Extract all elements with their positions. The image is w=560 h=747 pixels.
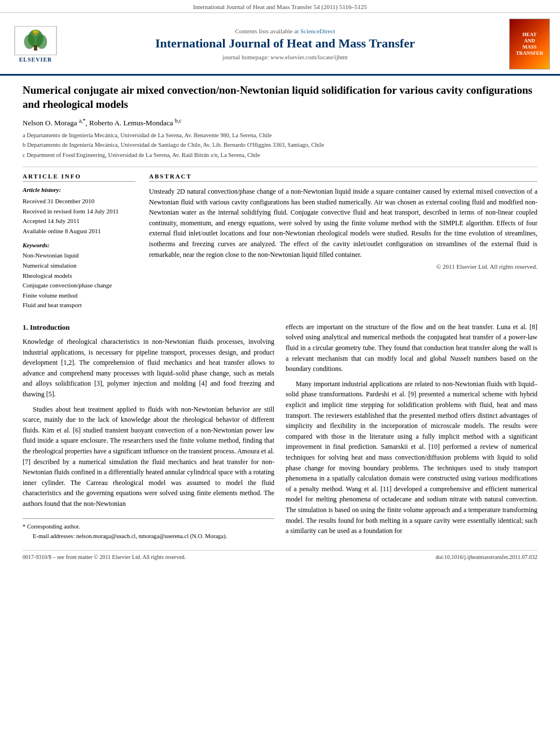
keyword-1: Non-Newtonian liquid	[23, 251, 135, 261]
page-wrapper: International Journal of Heat and Mass T…	[0, 0, 560, 566]
keyword-5: Finite volume method	[23, 291, 135, 301]
elsevier-label: ELSEVIER	[19, 56, 53, 63]
svg-point-3	[36, 34, 47, 49]
svg-rect-6	[34, 32, 37, 35]
article-title: Numerical conjugate air mixed convection…	[23, 84, 537, 111]
footnote-email: E-mail addresses: nelson.moraga@usach.cl…	[23, 532, 274, 541]
journal-thumb: HEAT AND MASS TRANSFER	[509, 19, 550, 69]
keywords-label: Keywords:	[23, 242, 135, 248]
available-line: Available online 8 August 2011	[23, 226, 135, 237]
svg-point-2	[24, 34, 35, 49]
article-history-label: Article history:	[23, 186, 135, 193]
article-info-col: ARTICLE INFO Article history: Received 3…	[23, 173, 135, 311]
article-info-heading: ARTICLE INFO	[23, 173, 135, 182]
section1-title: 1. Introduction	[23, 322, 274, 333]
revised-line: Received in revised form 14 July 2011	[23, 207, 135, 217]
body-col-left: 1. Introduction Knowledge of rheological…	[23, 322, 274, 542]
journal-main-title: International Journal of Heat and Mass T…	[67, 36, 504, 51]
keyword-2: Numerical simulation	[23, 261, 135, 271]
journal-header: ELSEVIER Contents lists available at Sci…	[0, 13, 560, 76]
authors-line: Nelson O. Moraga a,*, Roberto A. Lemus-M…	[23, 117, 537, 127]
bottom-info-bar: 0017-9310/$ – see front matter © 2011 El…	[23, 550, 537, 560]
sciencedirect-link[interactable]: ScienceDirect	[300, 28, 335, 34]
body-col-left-para2: Studies about heat treatment applied to …	[23, 404, 274, 509]
article-body: Numerical conjugate air mixed convection…	[0, 76, 560, 566]
elsevier-logo-img	[14, 26, 57, 55]
journal-ref-text: International Journal of Heat and Mass T…	[193, 3, 367, 10]
keyword-3: Rheological models	[23, 271, 135, 281]
affiliation-b: b Departamento de Ingeniería Mecánica, U…	[23, 141, 537, 150]
body-col-right-para1: effects are important on the structure o…	[286, 322, 537, 374]
keyword-6: Fluid and heat transport	[23, 300, 135, 311]
thumb-label: HEAT AND MASS TRANSFER	[516, 32, 544, 56]
homepage-line: journal homepage: www.elsevier.com/locat…	[67, 54, 504, 60]
affiliations-block: a Departamento de Ingeniería Mecánica, U…	[23, 131, 537, 167]
keyword-4: Conjugate convection/phase change	[23, 281, 135, 291]
doi-text: doi:10.1016/j.ijheatmasstransfer.2011.07…	[436, 554, 537, 560]
author-names: Nelson O. Moraga a,*, Roberto A. Lemus-M…	[23, 119, 182, 127]
accepted-line: Accepted 14 July 2011	[23, 216, 135, 226]
article-info-abstract-section: ARTICLE INFO Article history: Received 3…	[23, 173, 537, 311]
footnote-corresponding: * Corresponding author.	[23, 522, 274, 531]
elsevier-logo-block: ELSEVIER	[10, 26, 61, 63]
affiliation-c: c Department of Food Engineering, Univer…	[23, 151, 537, 160]
abstract-text: Unsteady 2D natural convection/phase cha…	[149, 186, 537, 260]
contents-line: Contents lists available at ScienceDirec…	[67, 28, 504, 34]
body-col-left-para1: Knowledge of rheological characteristics…	[23, 337, 274, 400]
top-ref-bar: International Journal of Heat and Mass T…	[0, 0, 560, 13]
body-col-right: effects are important on the structure o…	[286, 322, 537, 542]
body-two-col: 1. Introduction Knowledge of rheological…	[23, 322, 537, 542]
footnote-bar: * Corresponding author. E-mail addresses…	[23, 518, 274, 541]
svg-rect-4	[34, 45, 37, 50]
abstract-col: ABSTRACT Unsteady 2D natural convection/…	[149, 173, 537, 311]
copyright-line: © 2011 Elsevier Ltd. All rights reserved…	[149, 263, 537, 270]
body-col-right-para2: Many important industrial applications a…	[286, 379, 537, 536]
abstract-heading: ABSTRACT	[149, 173, 537, 182]
affiliation-a: a Departamento de Ingeniería Mecánica, U…	[23, 131, 537, 140]
journal-title-block: Contents lists available at ScienceDirec…	[67, 28, 504, 60]
received-line: Received 31 December 2010	[23, 196, 135, 207]
issn-text: 0017-9310/$ – see front matter © 2011 El…	[23, 554, 186, 560]
